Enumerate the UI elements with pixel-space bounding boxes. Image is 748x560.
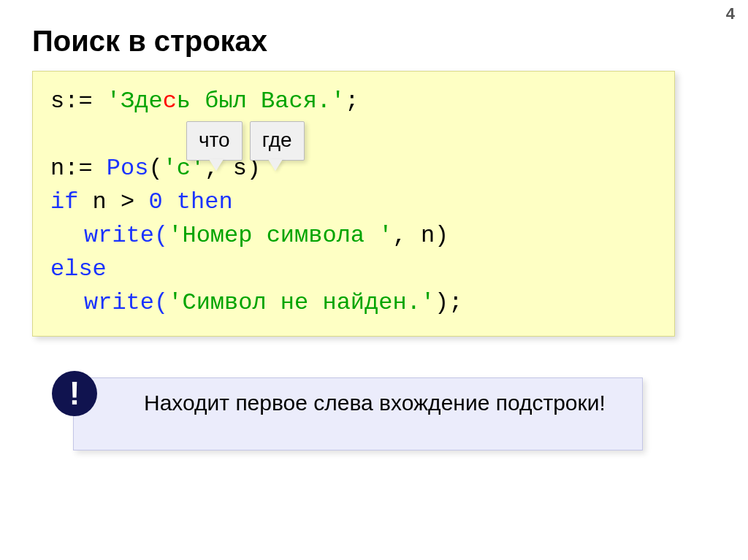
page-number: 4	[726, 4, 735, 23]
slide: 4 Поиск в строках s:= 'Здесь был Вася.';…	[0, 0, 748, 560]
info-callout: ! Находит первое слева вхождение подстро…	[73, 377, 643, 450]
code-line-4: if n > 0 then	[50, 185, 657, 219]
code-line-3: n:= Pos('с', s)	[50, 152, 657, 185]
code-line-6: else	[50, 253, 657, 286]
exclamation-icon: !	[52, 371, 97, 416]
code-line-1: s:= 'Здесь был Вася.';	[50, 85, 657, 118]
code-line-blank	[50, 118, 657, 152]
bubble-what: что	[186, 121, 243, 161]
slide-title: Поиск в строках	[32, 25, 716, 58]
code-block: s:= 'Здесь был Вася.'; n:= Pos('с', s) i…	[32, 71, 675, 337]
info-text: Находит первое слева вхождение подстроки…	[144, 388, 625, 417]
bubble-where: где	[250, 121, 305, 161]
code-line-5: write('Номер символа ', n)	[50, 219, 657, 253]
code-line-7: write('Символ не найден.');	[50, 286, 657, 320]
annotation-bubbles: что где	[186, 121, 305, 161]
